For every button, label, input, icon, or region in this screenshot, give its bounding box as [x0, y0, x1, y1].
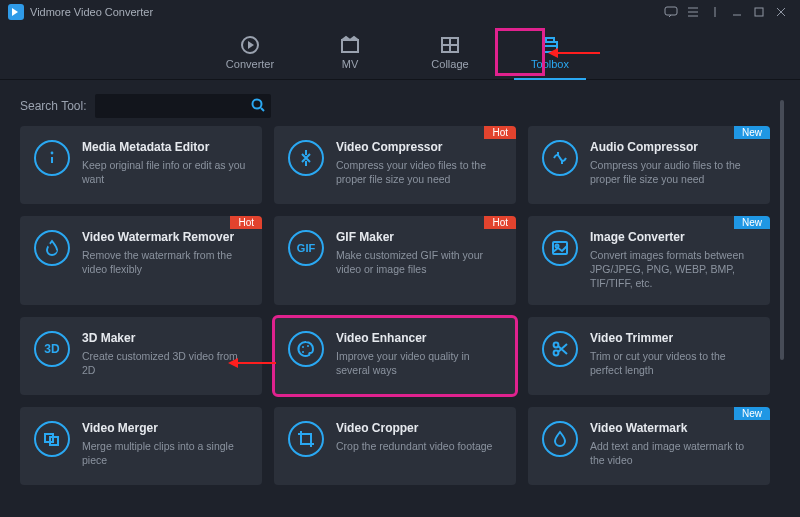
- tool-scrollpane: Media Metadata EditorKeep original file …: [20, 126, 770, 507]
- svg-rect-4: [342, 40, 358, 52]
- scrollbar[interactable]: [780, 100, 784, 360]
- titlebar: Vidmore Video Converter: [0, 0, 800, 24]
- badge-hot: Hot: [230, 216, 262, 229]
- droplet-icon: [34, 230, 70, 266]
- tab-label: Toolbox: [531, 58, 569, 70]
- search-input[interactable]: [101, 99, 251, 113]
- close-button[interactable]: [770, 1, 792, 23]
- tool-desc: Compress your video files to the proper …: [336, 158, 502, 186]
- tool-card-video-watermark[interactable]: Video WatermarkAdd text and image waterm…: [528, 407, 770, 485]
- mv-icon: [339, 34, 361, 56]
- tab-collage[interactable]: Collage: [420, 24, 480, 79]
- tool-desc: Improve your video quality in several wa…: [336, 349, 502, 377]
- main-tabs: Converter MV Collage Toolbox: [0, 24, 800, 80]
- app-logo-icon: [8, 4, 24, 20]
- svg-marker-3: [248, 41, 254, 49]
- tool-desc: Merge multiple clips into a single piece: [82, 439, 248, 467]
- search-label: Search Tool:: [20, 99, 87, 113]
- svg-point-14: [302, 351, 304, 353]
- image-icon: [542, 230, 578, 266]
- tab-mv[interactable]: MV: [320, 24, 380, 79]
- tool-title: Image Converter: [590, 230, 756, 244]
- annotation-arrow-enhancer: [236, 362, 276, 364]
- tool-card-3d-maker[interactable]: 3D3D MakerCreate customized 3D video fro…: [20, 317, 262, 395]
- maximize-button[interactable]: [748, 1, 770, 23]
- tool-title: Audio Compressor: [590, 140, 756, 154]
- tool-desc: Remove the watermark from the video flex…: [82, 248, 248, 276]
- tool-title: Video Enhancer: [336, 331, 502, 345]
- badge-hot: Hot: [484, 216, 516, 229]
- tool-card-video-enhancer[interactable]: Video EnhancerImprove your video quality…: [274, 317, 516, 395]
- search-box[interactable]: [95, 94, 271, 118]
- tool-card-audio-compressor[interactable]: Audio CompressorCompress your audio file…: [528, 126, 770, 204]
- tool-card-video-watermark-remover[interactable]: Video Watermark RemoverRemove the waterm…: [20, 216, 262, 305]
- tool-title: Video Trimmer: [590, 331, 756, 345]
- tool-desc: Convert images formats between JPG/JPEG,…: [590, 248, 756, 291]
- annotation-arrow-tab: [556, 52, 600, 54]
- compress-a-icon: [542, 140, 578, 176]
- tool-title: GIF Maker: [336, 230, 502, 244]
- tool-card-video-trimmer[interactable]: Video TrimmerTrim or cut your videos to …: [528, 317, 770, 395]
- compress-v-icon: [288, 140, 324, 176]
- svg-rect-1: [755, 8, 763, 16]
- tool-desc: Compress your audio files to the proper …: [590, 158, 756, 186]
- badge-new: New: [734, 126, 770, 139]
- badge-new: New: [734, 407, 770, 420]
- tab-converter[interactable]: Converter: [220, 24, 280, 79]
- svg-point-8: [252, 99, 261, 108]
- tool-card-gif-maker[interactable]: GIFGIF MakerMake customized GIF with you…: [274, 216, 516, 305]
- feedback-icon[interactable]: [660, 1, 682, 23]
- svg-point-12: [302, 346, 304, 348]
- tab-label: Converter: [226, 58, 274, 70]
- converter-icon: [239, 34, 261, 56]
- collage-icon: [439, 34, 461, 56]
- palette-icon: [288, 331, 324, 367]
- tool-card-video-cropper[interactable]: Video CropperCrop the redundant video fo…: [274, 407, 516, 485]
- 3d-icon: 3D: [34, 331, 70, 367]
- tool-title: Media Metadata Editor: [82, 140, 248, 154]
- tool-title: Video Watermark: [590, 421, 756, 435]
- tool-title: Video Merger: [82, 421, 248, 435]
- svg-rect-7: [546, 38, 554, 42]
- tool-desc: Keep original file info or edit as you w…: [82, 158, 248, 186]
- tool-title: Video Cropper: [336, 421, 502, 435]
- minimize-button[interactable]: [726, 1, 748, 23]
- svg-point-13: [307, 345, 309, 347]
- divider: [704, 1, 726, 23]
- search-icon[interactable]: [251, 98, 265, 115]
- tool-card-video-merger[interactable]: Video MergerMerge multiple clips into a …: [20, 407, 262, 485]
- tool-grid: Media Metadata EditorKeep original file …: [20, 126, 770, 485]
- tool-card-video-compressor[interactable]: Video CompressorCompress your video file…: [274, 126, 516, 204]
- tab-label: Collage: [431, 58, 468, 70]
- tool-card-media-metadata-editor[interactable]: Media Metadata EditorKeep original file …: [20, 126, 262, 204]
- merge-icon: [34, 421, 70, 457]
- tool-desc: Crop the redundant video footage: [336, 439, 502, 453]
- badge-hot: Hot: [484, 126, 516, 139]
- tool-desc: Add text and image watermark to the vide…: [590, 439, 756, 467]
- tool-desc: Make customized GIF with your video or i…: [336, 248, 502, 276]
- crop-icon: [288, 421, 324, 457]
- tool-card-image-converter[interactable]: Image ConverterConvert images formats be…: [528, 216, 770, 305]
- tool-title: Video Compressor: [336, 140, 502, 154]
- tool-title: Video Watermark Remover: [82, 230, 248, 244]
- app-title: Vidmore Video Converter: [30, 6, 153, 18]
- tab-label: MV: [342, 58, 359, 70]
- badge-new: New: [734, 216, 770, 229]
- tool-desc: Trim or cut your videos to the perfect l…: [590, 349, 756, 377]
- svg-point-9: [51, 152, 54, 155]
- svg-rect-0: [665, 7, 677, 15]
- scissors-icon: [542, 331, 578, 367]
- menu-icon[interactable]: [682, 1, 704, 23]
- info-icon: [34, 140, 70, 176]
- tool-title: 3D Maker: [82, 331, 248, 345]
- water-icon: [542, 421, 578, 457]
- search-row: Search Tool:: [0, 80, 800, 122]
- gif-icon: GIF: [288, 230, 324, 266]
- tool-desc: Create customized 3D video from 2D: [82, 349, 248, 377]
